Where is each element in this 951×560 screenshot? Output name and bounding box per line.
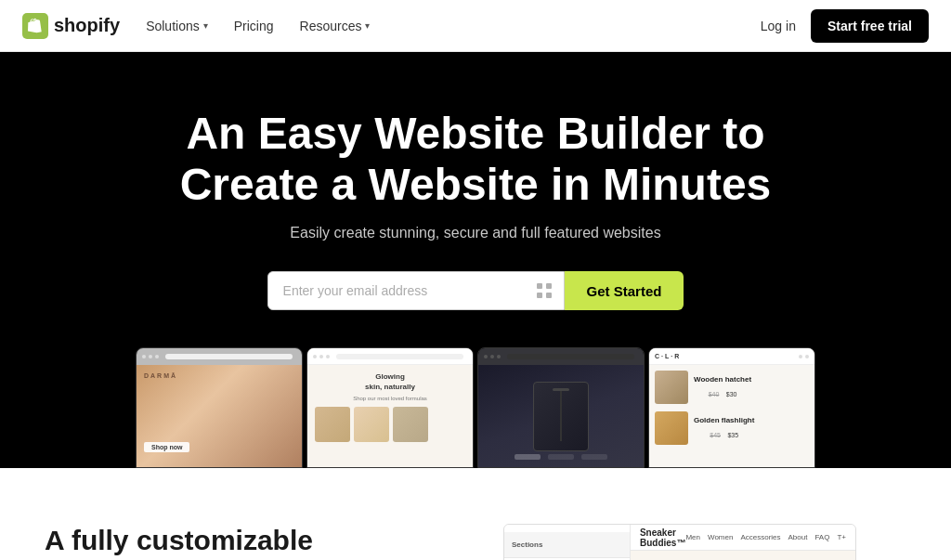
clr-item2-name: Golden flashlight	[694, 416, 754, 424]
darma-shop-btn: Shop now	[144, 442, 189, 452]
skincare-title: Glowingskin, naturally	[315, 372, 465, 392]
builder-right-panel: Sneaker Buddies™ Men Women Accessories A…	[631, 525, 855, 560]
shopify-bag-icon	[22, 13, 48, 39]
hero-section: An Easy Website Builder to Create a Webs…	[0, 52, 951, 468]
builder-store-main: The Weekender	[631, 551, 855, 560]
hero-title: An Easy Website Builder to Create a Webs…	[150, 108, 801, 210]
below-title: A fully customizable website builder	[45, 524, 397, 560]
builder-nav-links: Men Women Accessories About FAQ T+	[685, 533, 846, 541]
screenshot-darma: DARMĀ Shop now	[136, 347, 303, 468]
svg-rect-3	[537, 293, 542, 298]
builder-brand-name: Sneaker Buddies™	[640, 527, 685, 548]
screenshot-clr: C·L·R Wooden hatchet $40 $30	[648, 347, 815, 468]
skincare-subtitle: Shop our most loved formulas	[315, 396, 465, 401]
navbar-right: Log in Start free trial	[761, 9, 929, 43]
clr-item1-price: $40	[709, 391, 720, 397]
builder-preview-frame: Sections Header Slideshow Collection lis…	[503, 524, 856, 560]
below-left-content: A fully customizable website builder Tho…	[45, 524, 397, 560]
clr-item2-price: $45	[710, 432, 721, 438]
nav-resources[interactable]: Resources ▾	[300, 19, 371, 33]
clr-item-1: Wooden hatchet $40 $30	[655, 371, 809, 404]
get-started-button[interactable]: Get Started	[565, 271, 684, 310]
clr-item-2: Golden flashlight $45 $35	[655, 411, 809, 445]
login-button[interactable]: Log in	[761, 19, 796, 33]
email-input-wrapper	[267, 271, 565, 310]
logo-label: shopify	[54, 15, 120, 36]
start-trial-button[interactable]: Start free trial	[811, 9, 929, 43]
below-fold-section: A fully customizable website builder Tho…	[0, 468, 951, 560]
clr-brand-label: C·L·R	[655, 353, 681, 359]
hero-form: Get Started	[19, 271, 932, 310]
solutions-chevron-icon: ▾	[203, 20, 208, 31]
builder-left-panel: Sections Header Slideshow Collection lis…	[504, 525, 631, 560]
clr-item1-name: Wooden hatchet	[694, 375, 751, 384]
svg-rect-2	[546, 283, 552, 289]
grid-icon	[535, 281, 554, 300]
resources-chevron-icon: ▾	[365, 20, 370, 31]
builder-panel-title: Sections	[512, 540, 542, 549]
logo[interactable]: shopify	[22, 13, 120, 39]
navbar-left: shopify Solutions ▾ Pricing Resources ▾	[22, 13, 370, 39]
svg-rect-4	[546, 293, 552, 298]
hero-subtitle: Easily create stunning, secure and full …	[19, 225, 932, 241]
darma-brand-label: DARMĀ	[144, 372, 177, 379]
svg-rect-1	[537, 283, 542, 289]
screenshot-luggage	[477, 347, 645, 468]
builder-store-nav: Sneaker Buddies™ Men Women Accessories A…	[631, 525, 855, 551]
builder-panels: Sections Header Slideshow Collection lis…	[504, 525, 855, 560]
nav-solutions[interactable]: Solutions ▾	[146, 19, 208, 33]
nav-pricing[interactable]: Pricing	[234, 19, 274, 33]
screenshot-skincare: Glowingskin, naturally Shop our most lov…	[306, 347, 474, 468]
email-input[interactable]	[267, 271, 565, 310]
navbar: shopify Solutions ▾ Pricing Resources ▾ …	[0, 0, 951, 52]
hero-screenshots: DARMĀ Shop now Glowingskin, naturally Sh…	[19, 347, 932, 468]
below-right-preview: Sections Header Slideshow Collection lis…	[453, 524, 906, 560]
